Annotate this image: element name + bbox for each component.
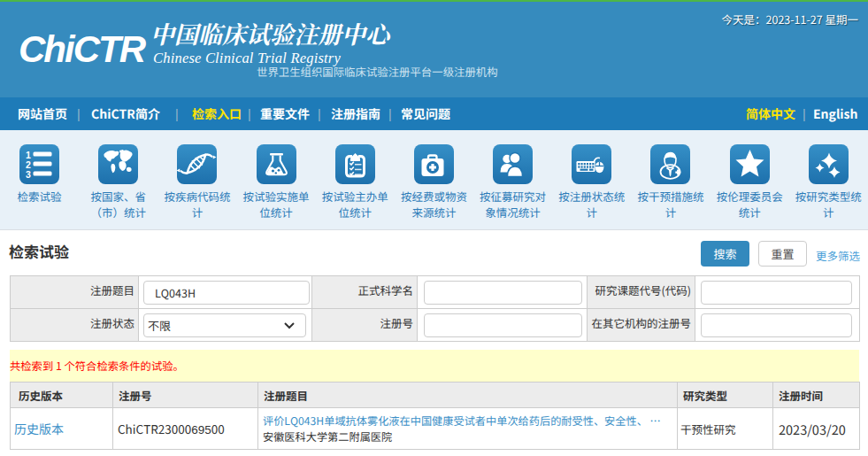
svg-text:3: 3 <box>26 169 31 180</box>
